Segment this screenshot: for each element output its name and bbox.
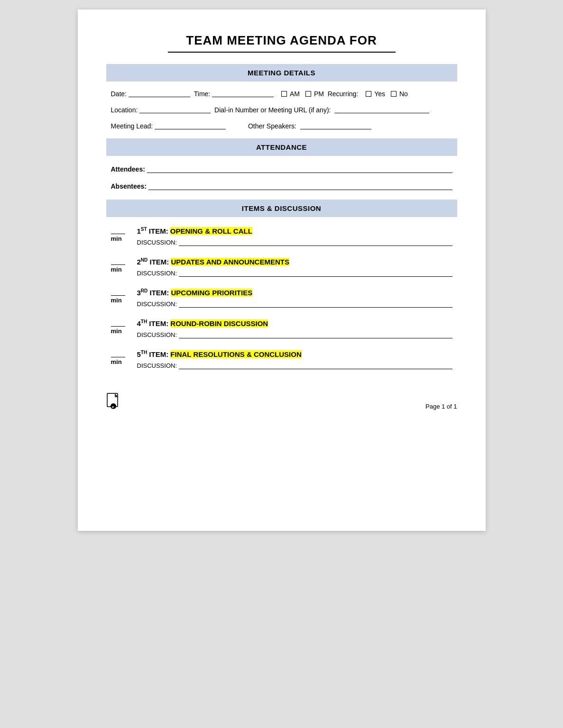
yes-label: Yes [374, 90, 385, 98]
yes-checkbox[interactable] [366, 91, 371, 97]
item-4-content: 4TH ITEM: ROUND-ROBIN DISCUSSION DISCUSS… [137, 319, 452, 338]
item-1-highlight: OPENING & ROLL CALL [170, 227, 252, 235]
item-4-discussion-label: DISCUSSION: [137, 331, 177, 338]
absentees-line: Absentees: [111, 182, 452, 190]
item-1-number: 1ST [137, 227, 147, 235]
item-1-min-label: min [111, 235, 122, 242]
item-3-title: 3RD ITEM: UPCOMING PRIORITIES [137, 288, 452, 297]
attendees-label: Attendees: [111, 165, 145, 173]
item-3-time-blank [111, 289, 125, 296]
document-icon: e [106, 393, 120, 410]
item-4-discussion: DISCUSSION: [137, 331, 452, 338]
item-5-title: 5TH ITEM: FINAL RESOLUTIONS & CONCLUSION [137, 350, 452, 358]
attendees-blank [147, 166, 452, 173]
item-3-min-label: min [111, 297, 122, 304]
time-label: Time: [194, 90, 210, 98]
item-2-prefix: ITEM: [149, 258, 171, 266]
item-3-number: 3RD [137, 289, 148, 297]
item-2-time: min [111, 257, 137, 273]
item-2-ordinal: ND [141, 257, 148, 263]
item-4-number: 4TH [137, 319, 148, 328]
meeting-lead-blank [155, 123, 226, 129]
time-blank [212, 91, 274, 97]
absentees-row: Absentees: [111, 182, 452, 190]
agenda-item-1: min 1ST ITEM: OPENING & ROLL CALL DISCUS… [111, 227, 452, 246]
item-3-prefix: ITEM: [149, 289, 171, 297]
location-blank [139, 107, 211, 113]
items-section: min 1ST ITEM: OPENING & ROLL CALL DISCUS… [106, 227, 457, 369]
item-3-discussion-blank [179, 301, 452, 308]
item-4-time-blank [111, 320, 125, 327]
item-2-title: 2ND ITEM: UPDATES AND ANNOUNCEMENTS [137, 257, 452, 266]
attendance-header: ATTENDANCE [106, 138, 457, 156]
document-page: TEAM MEETING AGENDA FOR MEETING DETAILS … [78, 9, 486, 531]
absentees-label: Absentees: [111, 182, 147, 190]
item-2-discussion-blank [179, 270, 452, 277]
item-1-discussion: DISCUSSION: [137, 239, 452, 246]
item-5-highlight: FINAL RESOLUTIONS & CONCLUSION [170, 350, 301, 358]
svg-text:e: e [112, 405, 114, 409]
agenda-item-5: min 5TH ITEM: FINAL RESOLUTIONS & CONCLU… [111, 350, 452, 369]
date-blank [129, 91, 190, 97]
item-4-highlight: ROUND-ROBIN DISCUSSION [170, 319, 268, 328]
item-4-ordinal: TH [141, 319, 147, 324]
attendees-line: Attendees: [111, 165, 452, 173]
item-5-time: min [111, 350, 137, 365]
item-5-prefix: ITEM: [149, 350, 170, 358]
item-1-discussion-blank [179, 239, 452, 246]
item-1-discussion-label: DISCUSSION: [137, 239, 177, 246]
item-2-time-blank [111, 258, 125, 265]
page-number: Page 1 of 1 [425, 403, 457, 410]
pm-checkbox[interactable] [305, 91, 311, 97]
pm-checkbox-group: PM [305, 90, 324, 98]
item-5-discussion: DISCUSSION: [137, 362, 452, 369]
location-label: Location: [111, 106, 138, 114]
item-3-discussion-label: DISCUSSION: [137, 300, 177, 308]
item-2-discussion-label: DISCUSSION: [137, 270, 177, 277]
title-underline [168, 52, 396, 53]
recurring-label: Recurring: [328, 90, 359, 98]
item-1-prefix: ITEM: [149, 227, 170, 235]
meeting-details-header: MEETING DETAILS [106, 64, 457, 82]
yes-checkbox-group: Yes [366, 90, 385, 98]
item-2-number: 2ND [137, 258, 148, 266]
item-1-time: min [111, 227, 137, 242]
meeting-details-grid: Date: Time: AM PM Recurring: Yes [106, 90, 457, 130]
item-1-title: 1ST ITEM: OPENING & ROLL CALL [137, 227, 452, 235]
item-4-discussion-blank [179, 332, 452, 338]
document-footer: e Page 1 of 1 [106, 388, 457, 410]
item-4-time: min [111, 319, 137, 335]
no-checkbox-group: No [391, 90, 408, 98]
item-5-discussion-blank [179, 363, 452, 369]
item-4-title: 4TH ITEM: ROUND-ROBIN DISCUSSION [137, 319, 452, 328]
item-4-min-label: min [111, 328, 122, 335]
dialin-blank [334, 107, 429, 113]
meeting-lead-label: Meeting Lead: [111, 122, 153, 130]
agenda-item-4: min 4TH ITEM: ROUND-ROBIN DISCUSSION DIS… [111, 319, 452, 338]
item-3-content: 3RD ITEM: UPCOMING PRIORITIES DISCUSSION… [137, 288, 452, 308]
agenda-item-3: min 3RD ITEM: UPCOMING PRIORITIES DISCUS… [111, 288, 452, 308]
item-1-time-blank [111, 228, 125, 234]
am-checkbox[interactable] [281, 91, 287, 97]
am-label: AM [290, 90, 300, 98]
document-title: TEAM MEETING AGENDA FOR [106, 33, 457, 48]
date-time-row: Date: Time: AM PM Recurring: Yes [111, 90, 452, 98]
item-2-highlight: UPDATES AND ANNOUNCEMENTS [171, 258, 289, 266]
item-1-content: 1ST ITEM: OPENING & ROLL CALL DISCUSSION… [137, 227, 452, 246]
item-5-ordinal: TH [141, 350, 147, 355]
absentees-blank [148, 183, 452, 190]
item-1-ordinal: ST [141, 227, 147, 232]
item-3-ordinal: RD [141, 288, 148, 293]
item-3-highlight: UPCOMING PRIORITIES [171, 289, 252, 297]
item-5-time-blank [111, 351, 125, 357]
item-5-number: 5TH [137, 350, 148, 358]
am-checkbox-group: AM [281, 90, 300, 98]
item-3-time: min [111, 288, 137, 304]
no-checkbox[interactable] [391, 91, 397, 97]
item-3-discussion: DISCUSSION: [137, 300, 452, 308]
no-label: No [399, 90, 408, 98]
pm-label: PM [314, 90, 324, 98]
attendance-section: Attendees: Absentees: [106, 165, 457, 190]
item-5-discussion-label: DISCUSSION: [137, 362, 177, 369]
item-2-content: 2ND ITEM: UPDATES AND ANNOUNCEMENTS DISC… [137, 257, 452, 277]
